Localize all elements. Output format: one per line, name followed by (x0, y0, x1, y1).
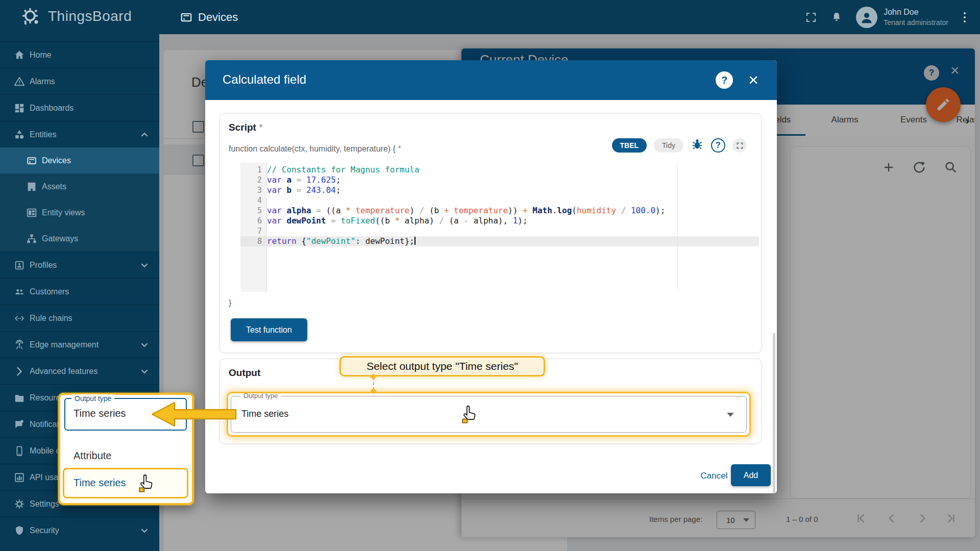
screen: Devices Current Device ? × Calculated fi… (0, 0, 980, 551)
hand-cursor-icon (462, 405, 477, 424)
user-menu[interactable]: John Doe Tenant administrator (856, 7, 948, 28)
avatar (856, 7, 877, 28)
editor-ruler (677, 163, 678, 292)
devices-icon (26, 155, 37, 166)
home-icon (14, 49, 25, 61)
assets-icon (26, 181, 37, 192)
sidebar-item-label: Dashboards (30, 104, 74, 113)
top-bar: ThingsBoard Devices John D (0, 0, 980, 34)
chevron-down-icon (727, 413, 734, 417)
entity-views-icon (26, 207, 37, 218)
modal-close-icon[interactable]: × (748, 68, 758, 91)
modal-help-icon[interactable]: ? (716, 71, 733, 89)
closing-brace: } (229, 298, 231, 308)
user-role: Tenant administrator (884, 18, 948, 27)
script-help-icon[interactable]: ? (711, 138, 725, 153)
sidebar-item-label: Security (30, 526, 59, 535)
sidebar-item-security[interactable]: Security (0, 517, 159, 543)
sidebar-item-edge-management[interactable]: Edge management (0, 331, 159, 358)
sidebar-item-label: Home (30, 51, 52, 60)
output-type-select[interactable]: Output type Time series (231, 396, 747, 433)
page-title: Devices (180, 0, 238, 34)
sidebar-item-alarms[interactable]: Alarms (0, 68, 159, 94)
tidy-button[interactable]: Tidy (654, 138, 683, 153)
mobile-icon (14, 445, 25, 457)
option-attribute[interactable]: Attribute (74, 450, 111, 462)
editor-fullscreen-icon[interactable] (732, 138, 747, 153)
chevron-down-icon (139, 366, 150, 377)
add-button[interactable]: Add (731, 464, 771, 486)
api-icon (14, 472, 25, 483)
modal-header: Calculated field ? × (205, 60, 777, 100)
sidebar-item-label: Rule chains (30, 314, 72, 323)
code-editor[interactable]: 1// Constants for Magnus formula2var a =… (240, 163, 759, 292)
output-type-value: Time series (241, 409, 288, 419)
tbel-toggle[interactable]: TBEL (612, 138, 647, 153)
tutorial-callout: Select output type "Time series" (339, 356, 545, 377)
cancel-button[interactable]: Cancel (691, 466, 737, 486)
calculated-field-modal: Calculated field ? × Script * function c… (205, 60, 777, 493)
sidebar-item-label: Edge management (30, 340, 99, 349)
sidebar-item-entity-views[interactable]: Entity views (0, 199, 159, 226)
sidebar-item-entities[interactable]: Entities (0, 121, 159, 147)
test-function-button[interactable]: Test function (231, 318, 307, 341)
required-mark: * (259, 122, 262, 133)
sidebar-item-label: Settings (30, 499, 59, 509)
sidebar-item-label: Entity views (42, 208, 85, 217)
sidebar-item-gateways[interactable]: Gateways (0, 226, 159, 252)
security-icon (14, 525, 25, 536)
user-meta: John Doe Tenant administrator (884, 7, 948, 27)
sidebar-item-rule-chains[interactable]: Rule chains (0, 305, 159, 331)
profiles-icon (14, 260, 25, 271)
editor-controls: TBEL Tidy ? (612, 138, 747, 153)
modal-title: Calculated field (223, 72, 306, 87)
sidebar-item-devices[interactable]: Devices (0, 147, 159, 173)
sidebar-item-profiles[interactable]: Profiles (0, 252, 159, 278)
code-line-1: 1// Constants for Magnus formula (240, 165, 759, 175)
notifications-bell-icon[interactable] (830, 11, 843, 23)
sidebar-item-customers[interactable]: Customers (0, 278, 159, 305)
code-line-6: 6var dewPoint = toFixed((b * alpha) / (a… (240, 216, 759, 226)
script-card: Script * function calculate(ctx, humidit… (219, 113, 762, 353)
chevron-down-icon (139, 525, 150, 536)
sidebar-item-label: Alarms (30, 77, 55, 86)
output-heading: Output (229, 367, 260, 379)
chevron-up-icon (139, 129, 150, 140)
fullscreen-icon[interactable] (805, 11, 817, 23)
debug-bug-icon[interactable] (691, 138, 704, 153)
customers-icon (14, 286, 25, 297)
code-line-3: 3var b = 243.04; (240, 185, 759, 195)
dashboards-icon (14, 103, 25, 114)
sidebar-item-dashboards[interactable]: Dashboards (0, 94, 159, 121)
modal-scrollbar[interactable] (773, 333, 775, 493)
alarms-icon (14, 76, 25, 87)
code-line-5: 5var alpha = ((a * temperature) / (b + t… (240, 206, 759, 216)
user-name: John Doe (884, 7, 948, 18)
chevron-down-icon (139, 260, 150, 271)
sidebar-item-label: Entities (30, 130, 56, 139)
option-time-series-label: Time series (74, 477, 126, 489)
code-line-4: 4 (240, 195, 759, 206)
sidebar-item-label: Devices (42, 156, 71, 165)
code-lines: 1// Constants for Magnus formula2var a =… (240, 163, 759, 246)
option-time-series[interactable]: Time series (63, 468, 188, 498)
sidebar-item-label: Assets (42, 182, 66, 191)
rule-chains-icon (14, 313, 25, 324)
sidebar-item-advanced-features[interactable]: Advanced features (0, 358, 159, 384)
sidebar-item-assets[interactable]: Assets (0, 173, 159, 199)
settings-icon (14, 498, 25, 510)
output-type-label: Output type (240, 392, 281, 399)
sidebar-item-home[interactable]: Home (0, 41, 159, 68)
brand[interactable]: ThingsBoard (19, 5, 132, 28)
edge-icon (14, 339, 25, 350)
code-line-8: 8return {"dewPoint": dewPoint}; (240, 236, 759, 246)
topbar-actions: John Doe Tenant administrator (805, 0, 968, 34)
resources-icon (14, 392, 25, 404)
page-title-text: Devices (198, 11, 238, 24)
sidebar-item-label: Profiles (30, 261, 57, 270)
person-icon (859, 10, 874, 25)
advanced-icon (14, 366, 25, 377)
more-menu-icon[interactable] (962, 10, 968, 24)
pointer-arrow-icon (151, 401, 237, 428)
devices-icon (180, 11, 193, 24)
